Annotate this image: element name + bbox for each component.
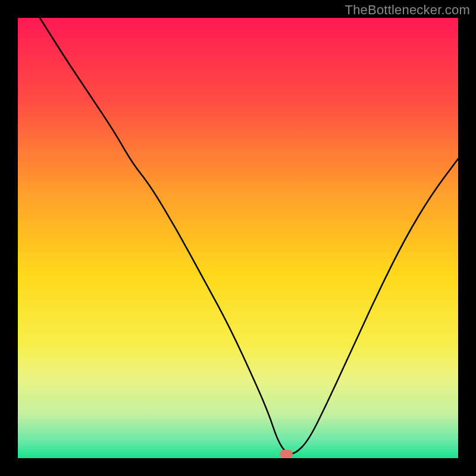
bottleneck-curve-path (40, 18, 458, 454)
plot-area (18, 18, 458, 458)
chart-container: TheBottlenecker.com (0, 0, 476, 476)
attribution-label: TheBottlenecker.com (345, 2, 470, 18)
curve-svg (18, 18, 458, 458)
optimum-marker (280, 450, 293, 458)
